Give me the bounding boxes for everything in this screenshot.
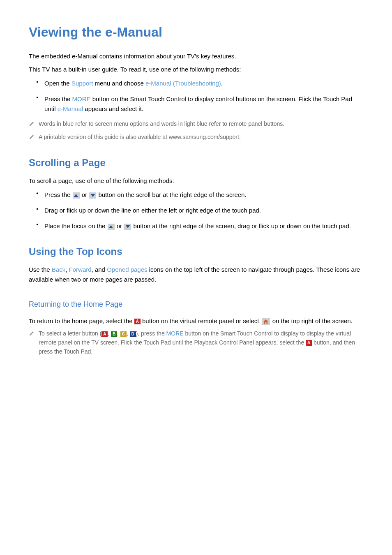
text: To return to the home page, select the (29, 317, 134, 324)
list-item: Press the or button on the scroll bar at… (41, 190, 363, 200)
text: on the top right of the screen. (271, 317, 353, 324)
text: , (108, 330, 111, 337)
text: ), press the (136, 330, 166, 337)
menu-term-forward: Forward (69, 266, 92, 273)
text: , (127, 330, 130, 337)
text: button on the virtual remote panel or se… (141, 317, 261, 324)
intro-text-2: This TV has a built-in user guide. To re… (29, 65, 363, 74)
icons-lead: Use the Back, Forward, and Opened pages … (29, 265, 363, 284)
intro-methods-list: Open the Support menu and choose e-Manua… (29, 79, 363, 114)
text: Press the (44, 191, 72, 198)
letter-button-b-icon: B (111, 331, 117, 337)
text: Open the (44, 80, 71, 87)
arrow-down-icon (89, 192, 96, 199)
text: Drag or flick up or down the line on eit… (44, 207, 261, 214)
text: button at the right edge of the screen, … (131, 222, 351, 229)
letter-button-a-icon: A (306, 340, 312, 346)
menu-term-back: Back (52, 266, 65, 273)
text: , (65, 266, 69, 273)
pencil-icon (29, 120, 35, 130)
text: Press the (44, 95, 72, 102)
menu-term-emanual-troubleshooting: e-Manual (Troubleshooting) (145, 80, 221, 87)
text: button on the scroll bar at the right ed… (97, 191, 246, 198)
note-block: Words in blue refer to screen menu optio… (29, 120, 363, 130)
note-text: A printable version of this guide is als… (39, 133, 241, 142)
list-item: Open the Support menu and choose e-Manua… (41, 79, 363, 88)
letter-button-c-icon: C (120, 331, 127, 337)
button-term-more: MORE (72, 95, 91, 102)
text: appears and select it. (83, 105, 143, 112)
text: or (80, 191, 89, 198)
text: Use the (29, 266, 52, 273)
arrow-down-icon (124, 224, 131, 230)
home-icon (262, 318, 270, 325)
list-item: Place the focus on the or button at the … (41, 221, 363, 231)
menu-term-opened-pages: Opened pages (107, 266, 147, 273)
page-title: Viewing the e-Manual (29, 25, 363, 40)
note-text: Words in blue refer to screen menu optio… (39, 120, 284, 129)
text: . (221, 80, 223, 87)
pencil-icon (29, 134, 35, 143)
return-text: To return to the home page, select the A… (29, 316, 363, 326)
letter-button-d-icon: D (130, 331, 136, 337)
button-term-more: MORE (166, 330, 184, 337)
menu-term-support: Support (71, 80, 93, 87)
letter-button-a-icon: A (134, 319, 141, 324)
pencil-icon (29, 330, 35, 339)
text: or (115, 222, 124, 229)
intro-text-1: The embedded e-Manual contains informati… (29, 51, 363, 61)
section-heading-scrolling: Scrolling a Page (29, 157, 363, 169)
text: , and (92, 266, 107, 273)
text: , (117, 330, 120, 337)
scroll-lead: To scroll a page, use of one of the foll… (29, 176, 363, 186)
text: menu and choose (93, 80, 145, 87)
letter-button-a-icon: A (101, 331, 108, 337)
note-text: To select a letter button (A, B, C, D), … (39, 329, 363, 356)
scroll-methods-list: Press the or button on the scroll bar at… (29, 190, 363, 231)
list-item: Press the MORE button on the Smart Touch… (41, 94, 363, 114)
note-block: A printable version of this guide is als… (29, 133, 363, 143)
list-item: Drag or flick up or down the line on eit… (41, 206, 363, 215)
arrow-up-icon (73, 192, 80, 199)
note-block: To select a letter button (A, B, C, D), … (29, 329, 363, 356)
section-heading-icons: Using the Top Icons (29, 246, 363, 257)
menu-term-emanual: e-Manual (58, 105, 83, 112)
text: To select a letter button ( (39, 330, 101, 337)
arrow-up-icon (108, 224, 115, 230)
text: Place the focus on the (44, 222, 107, 229)
subsection-heading-return: Returning to the Home Page (29, 300, 363, 309)
